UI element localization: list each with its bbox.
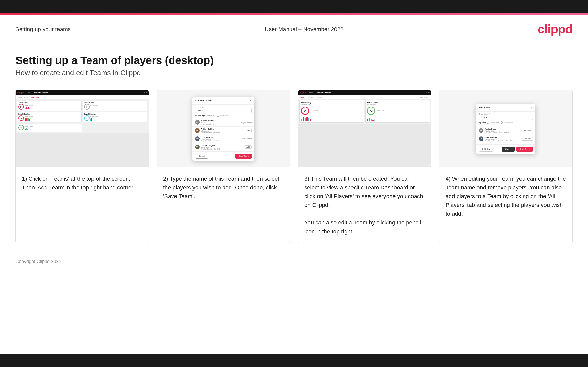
cards-container: clippd Home My Performance ⚙ ✕ Teams Rep… <box>0 85 588 254</box>
page-title: Setting up a Team of players (desktop) <box>15 54 573 67</box>
player-item-4: DB Dave Billingham 5 Handicap The Dog Ma… <box>192 143 254 151</box>
bottom-bar <box>0 354 588 367</box>
edit-player-detail-2b: Royal North Devon Golf Club, United King… <box>485 140 516 142</box>
cancel-button[interactable]: Cancel <box>195 154 208 159</box>
player-name-2: Adrian Coliba <box>201 128 220 130</box>
player-name-4: Dave Billingham <box>201 144 220 147</box>
trash-icon: 🗑 <box>482 148 484 150</box>
logo: clippd <box>538 22 573 36</box>
player-name-1: Adrian Player <box>201 120 214 122</box>
player-detail-2b: Central London Golf Centre <box>201 132 220 133</box>
player-item-2: AC Adrian Coliba 1 Handicap Central Lond… <box>192 127 254 135</box>
edit-close-icon[interactable]: ✕ <box>531 106 533 109</box>
remove-player-2-button[interactable]: Remove <box>522 137 533 141</box>
avatar-3: BM <box>195 136 200 141</box>
edit-tab-all-players[interactable]: All Players <box>491 121 499 123</box>
card-3-screenshot: clippd Teams My Performance ✎ ⚙ Team A A… <box>298 90 431 167</box>
tab-my-team[interactable]: My Team (2) <box>195 115 205 116</box>
card-1-text: 1) Click on 'Teams' at the top of the sc… <box>16 167 149 243</box>
filter-by-name[interactable]: Filter by name <box>217 115 229 117</box>
edit-player-item-2: BM Blair McHarg Plus Handicap Royal Nort… <box>476 135 535 143</box>
player-name-3: Blair McHarg <box>201 136 221 138</box>
dialog-tabs: My Team (2) | All Players | Filter by na… <box>192 113 254 118</box>
edit-player-item-1: AP Adrian Player Plus Handicap The Shire… <box>476 127 535 135</box>
avatar-2: AC <box>195 128 200 133</box>
header: Setting up your teams User Manual – Nove… <box>0 15 588 41</box>
edit-dialog-title: Edit Team <box>479 106 490 109</box>
footer: Copyright Clippd 2021 <box>0 254 588 269</box>
edit-team-name-label: Team Name * <box>479 113 533 115</box>
team-name-input[interactable]: Team A <box>195 109 252 113</box>
delete-team-button[interactable]: 🗑 Delete <box>479 147 493 152</box>
edit-avatar-1: AP <box>479 128 483 133</box>
player-detail-3b: Royal North Devon Golf Club <box>201 140 221 142</box>
add-player-4-button[interactable]: Add <box>245 145 252 149</box>
edit-player-name-1: Adrian Player <box>485 128 509 130</box>
save-team-button[interactable]: Save Team <box>235 154 252 159</box>
dialog-footer: Cancel Save Team <box>192 151 254 161</box>
card-2-screenshot: Add New Team ✕ Team Name * Team A My Tea… <box>157 90 290 167</box>
player-item-1: AP Adrian Player Plus Handicap The Shire… <box>192 118 254 127</box>
card-3: clippd Teams My Performance ✎ ⚙ Team A A… <box>298 90 431 243</box>
edit-team-dialog: Edit Team ✕ Team Name * Team A My Team (… <box>476 104 535 154</box>
card-4-screenshot: Edit Team ✕ Team Name * Team A My Team (… <box>439 90 572 167</box>
player-detail-4b: The Dog Magging Golf Club <box>201 148 220 150</box>
card-3-text: 3) This Team will then be created. You c… <box>298 167 431 243</box>
card-2-text: 2) Type the name of this Team and then s… <box>157 167 290 243</box>
edit-avatar-2: BM <box>479 136 483 141</box>
dialog-header: Add New Team ✕ <box>192 97 254 105</box>
edit-filter-by-name[interactable]: Filter by name <box>501 121 513 124</box>
edit-dialog-footer: 🗑 Delete Cancel Save Team <box>476 144 535 154</box>
dialog-title: Add New Team <box>195 99 212 102</box>
page-subtitle: How to create and edit Teams in Clippd <box>15 69 573 77</box>
add-new-team-dialog: Add New Team ✕ Team Name * Team A My Tea… <box>192 97 254 161</box>
tab-all-players[interactable]: All Players <box>207 115 215 116</box>
edit-team-name-input[interactable]: Team A <box>479 116 533 120</box>
copyright: Copyright Clippd 2021 <box>15 259 61 264</box>
top-bar <box>0 0 588 13</box>
player-item-3: BM Blair McHarg Plus Handicap Royal Nort… <box>192 135 254 143</box>
card-1: clippd Home My Performance ⚙ ✕ Teams Rep… <box>15 90 149 243</box>
team-name-label: Team Name * <box>195 106 252 108</box>
player-list: AP Adrian Player Plus Handicap The Shire… <box>192 118 254 151</box>
edit-player-detail-1b: The Shire London, United Kingdom <box>485 132 509 133</box>
edit-player-name-2: Blair McHarg <box>485 136 516 138</box>
edit-player-list: AP Adrian Player Plus Handicap The Shire… <box>476 125 535 144</box>
add-player-2-button[interactable]: Add <box>245 129 252 132</box>
close-icon[interactable]: ✕ <box>249 99 252 102</box>
page-title-area: Setting up a Team of players (desktop) H… <box>0 41 588 85</box>
avatar-4: DB <box>195 145 200 149</box>
card-1-screenshot: clippd Home My Performance ⚙ ✕ Teams Rep… <box>16 90 149 167</box>
card-4: Edit Team ✕ Team Name * Team A My Team (… <box>439 90 573 243</box>
manual-title: User Manual – November 2022 <box>265 26 343 33</box>
player-status-3: Player Added <box>241 138 252 140</box>
player-status-1: Player Added <box>241 121 252 123</box>
edit-dialog-header: Edit Team ✕ <box>476 104 535 112</box>
card-4-text: 4) When editing your Team, you can chang… <box>439 167 572 243</box>
edit-save-team-button[interactable]: Save Team <box>516 147 533 152</box>
section-label: Setting up your teams <box>15 26 71 33</box>
remove-player-1-button[interactable]: Remove <box>522 129 533 132</box>
edit-tab-my-team[interactable]: My Team (2) <box>479 121 489 123</box>
player-detail-1b: The Shire, London <box>201 124 214 125</box>
card-2: Add New Team ✕ Team Name * Team A My Tea… <box>157 90 290 243</box>
edit-dialog-tabs: My Team (2) | All Players | Filter by na… <box>476 120 535 125</box>
avatar-1: AP <box>195 120 200 125</box>
edit-cancel-button[interactable]: Cancel <box>502 147 515 152</box>
